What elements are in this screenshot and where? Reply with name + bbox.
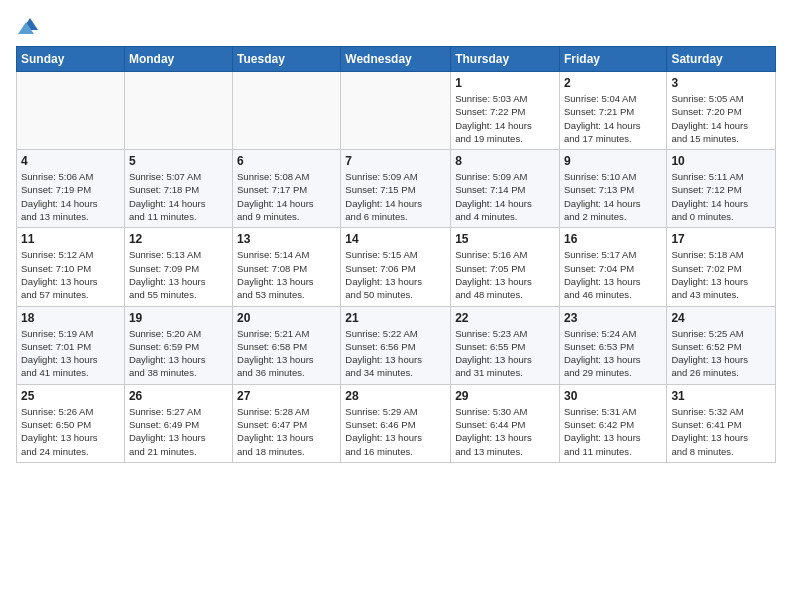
day-number: 5 (129, 154, 228, 168)
day-number: 21 (345, 311, 446, 325)
day-number: 24 (671, 311, 771, 325)
calendar-cell: 12Sunrise: 5:13 AM Sunset: 7:09 PM Dayli… (124, 228, 232, 306)
week-row-1: 1Sunrise: 5:03 AM Sunset: 7:22 PM Daylig… (17, 72, 776, 150)
calendar-cell: 9Sunrise: 5:10 AM Sunset: 7:13 PM Daylig… (559, 150, 666, 228)
day-info: Sunrise: 5:09 AM Sunset: 7:14 PM Dayligh… (455, 170, 555, 223)
day-info: Sunrise: 5:20 AM Sunset: 6:59 PM Dayligh… (129, 327, 228, 380)
day-number: 4 (21, 154, 120, 168)
day-number: 18 (21, 311, 120, 325)
calendar-cell: 19Sunrise: 5:20 AM Sunset: 6:59 PM Dayli… (124, 306, 232, 384)
calendar-header-row: SundayMondayTuesdayWednesdayThursdayFrid… (17, 47, 776, 72)
day-number: 9 (564, 154, 662, 168)
calendar-cell: 16Sunrise: 5:17 AM Sunset: 7:04 PM Dayli… (559, 228, 666, 306)
calendar-cell: 3Sunrise: 5:05 AM Sunset: 7:20 PM Daylig… (667, 72, 776, 150)
day-info: Sunrise: 5:22 AM Sunset: 6:56 PM Dayligh… (345, 327, 446, 380)
calendar-cell: 30Sunrise: 5:31 AM Sunset: 6:42 PM Dayli… (559, 384, 666, 462)
day-number: 20 (237, 311, 336, 325)
day-number: 23 (564, 311, 662, 325)
day-info: Sunrise: 5:29 AM Sunset: 6:46 PM Dayligh… (345, 405, 446, 458)
calendar-cell: 6Sunrise: 5:08 AM Sunset: 7:17 PM Daylig… (233, 150, 341, 228)
day-number: 31 (671, 389, 771, 403)
header-wednesday: Wednesday (341, 47, 451, 72)
day-number: 29 (455, 389, 555, 403)
calendar-cell: 14Sunrise: 5:15 AM Sunset: 7:06 PM Dayli… (341, 228, 451, 306)
day-number: 26 (129, 389, 228, 403)
calendar-cell: 4Sunrise: 5:06 AM Sunset: 7:19 PM Daylig… (17, 150, 125, 228)
header-monday: Monday (124, 47, 232, 72)
day-info: Sunrise: 5:10 AM Sunset: 7:13 PM Dayligh… (564, 170, 662, 223)
calendar-cell: 1Sunrise: 5:03 AM Sunset: 7:22 PM Daylig… (451, 72, 560, 150)
day-number: 8 (455, 154, 555, 168)
day-number: 27 (237, 389, 336, 403)
day-number: 14 (345, 232, 446, 246)
day-info: Sunrise: 5:17 AM Sunset: 7:04 PM Dayligh… (564, 248, 662, 301)
week-row-3: 11Sunrise: 5:12 AM Sunset: 7:10 PM Dayli… (17, 228, 776, 306)
day-number: 1 (455, 76, 555, 90)
calendar-cell: 5Sunrise: 5:07 AM Sunset: 7:18 PM Daylig… (124, 150, 232, 228)
calendar-cell: 20Sunrise: 5:21 AM Sunset: 6:58 PM Dayli… (233, 306, 341, 384)
day-number: 12 (129, 232, 228, 246)
calendar-cell: 10Sunrise: 5:11 AM Sunset: 7:12 PM Dayli… (667, 150, 776, 228)
day-number: 17 (671, 232, 771, 246)
day-info: Sunrise: 5:21 AM Sunset: 6:58 PM Dayligh… (237, 327, 336, 380)
day-number: 11 (21, 232, 120, 246)
calendar-cell: 31Sunrise: 5:32 AM Sunset: 6:41 PM Dayli… (667, 384, 776, 462)
day-number: 10 (671, 154, 771, 168)
calendar-cell: 13Sunrise: 5:14 AM Sunset: 7:08 PM Dayli… (233, 228, 341, 306)
day-number: 25 (21, 389, 120, 403)
day-info: Sunrise: 5:03 AM Sunset: 7:22 PM Dayligh… (455, 92, 555, 145)
day-info: Sunrise: 5:25 AM Sunset: 6:52 PM Dayligh… (671, 327, 771, 380)
day-info: Sunrise: 5:08 AM Sunset: 7:17 PM Dayligh… (237, 170, 336, 223)
day-info: Sunrise: 5:11 AM Sunset: 7:12 PM Dayligh… (671, 170, 771, 223)
calendar-cell: 28Sunrise: 5:29 AM Sunset: 6:46 PM Dayli… (341, 384, 451, 462)
day-number: 13 (237, 232, 336, 246)
day-info: Sunrise: 5:16 AM Sunset: 7:05 PM Dayligh… (455, 248, 555, 301)
day-info: Sunrise: 5:31 AM Sunset: 6:42 PM Dayligh… (564, 405, 662, 458)
calendar-cell: 11Sunrise: 5:12 AM Sunset: 7:10 PM Dayli… (17, 228, 125, 306)
day-info: Sunrise: 5:05 AM Sunset: 7:20 PM Dayligh… (671, 92, 771, 145)
day-info: Sunrise: 5:06 AM Sunset: 7:19 PM Dayligh… (21, 170, 120, 223)
calendar-cell: 25Sunrise: 5:26 AM Sunset: 6:50 PM Dayli… (17, 384, 125, 462)
day-info: Sunrise: 5:28 AM Sunset: 6:47 PM Dayligh… (237, 405, 336, 458)
logo (16, 16, 40, 34)
day-number: 19 (129, 311, 228, 325)
page-header (16, 16, 776, 34)
day-info: Sunrise: 5:18 AM Sunset: 7:02 PM Dayligh… (671, 248, 771, 301)
calendar-cell: 18Sunrise: 5:19 AM Sunset: 7:01 PM Dayli… (17, 306, 125, 384)
calendar-cell: 17Sunrise: 5:18 AM Sunset: 7:02 PM Dayli… (667, 228, 776, 306)
day-info: Sunrise: 5:14 AM Sunset: 7:08 PM Dayligh… (237, 248, 336, 301)
day-info: Sunrise: 5:30 AM Sunset: 6:44 PM Dayligh… (455, 405, 555, 458)
day-info: Sunrise: 5:19 AM Sunset: 7:01 PM Dayligh… (21, 327, 120, 380)
day-info: Sunrise: 5:26 AM Sunset: 6:50 PM Dayligh… (21, 405, 120, 458)
calendar-cell: 21Sunrise: 5:22 AM Sunset: 6:56 PM Dayli… (341, 306, 451, 384)
calendar-cell: 15Sunrise: 5:16 AM Sunset: 7:05 PM Dayli… (451, 228, 560, 306)
week-row-2: 4Sunrise: 5:06 AM Sunset: 7:19 PM Daylig… (17, 150, 776, 228)
week-row-5: 25Sunrise: 5:26 AM Sunset: 6:50 PM Dayli… (17, 384, 776, 462)
day-number: 22 (455, 311, 555, 325)
day-info: Sunrise: 5:27 AM Sunset: 6:49 PM Dayligh… (129, 405, 228, 458)
calendar-table: SundayMondayTuesdayWednesdayThursdayFrid… (16, 46, 776, 463)
header-sunday: Sunday (17, 47, 125, 72)
day-number: 30 (564, 389, 662, 403)
day-number: 6 (237, 154, 336, 168)
day-number: 3 (671, 76, 771, 90)
day-info: Sunrise: 5:07 AM Sunset: 7:18 PM Dayligh… (129, 170, 228, 223)
day-number: 2 (564, 76, 662, 90)
day-info: Sunrise: 5:09 AM Sunset: 7:15 PM Dayligh… (345, 170, 446, 223)
calendar-cell: 7Sunrise: 5:09 AM Sunset: 7:15 PM Daylig… (341, 150, 451, 228)
day-info: Sunrise: 5:04 AM Sunset: 7:21 PM Dayligh… (564, 92, 662, 145)
calendar-cell: 22Sunrise: 5:23 AM Sunset: 6:55 PM Dayli… (451, 306, 560, 384)
week-row-4: 18Sunrise: 5:19 AM Sunset: 7:01 PM Dayli… (17, 306, 776, 384)
calendar-cell: 8Sunrise: 5:09 AM Sunset: 7:14 PM Daylig… (451, 150, 560, 228)
logo-icon (18, 16, 40, 34)
header-tuesday: Tuesday (233, 47, 341, 72)
day-info: Sunrise: 5:13 AM Sunset: 7:09 PM Dayligh… (129, 248, 228, 301)
day-number: 16 (564, 232, 662, 246)
header-thursday: Thursday (451, 47, 560, 72)
day-info: Sunrise: 5:24 AM Sunset: 6:53 PM Dayligh… (564, 327, 662, 380)
day-info: Sunrise: 5:15 AM Sunset: 7:06 PM Dayligh… (345, 248, 446, 301)
calendar-cell: 2Sunrise: 5:04 AM Sunset: 7:21 PM Daylig… (559, 72, 666, 150)
calendar-cell (124, 72, 232, 150)
calendar-cell: 26Sunrise: 5:27 AM Sunset: 6:49 PM Dayli… (124, 384, 232, 462)
day-number: 7 (345, 154, 446, 168)
